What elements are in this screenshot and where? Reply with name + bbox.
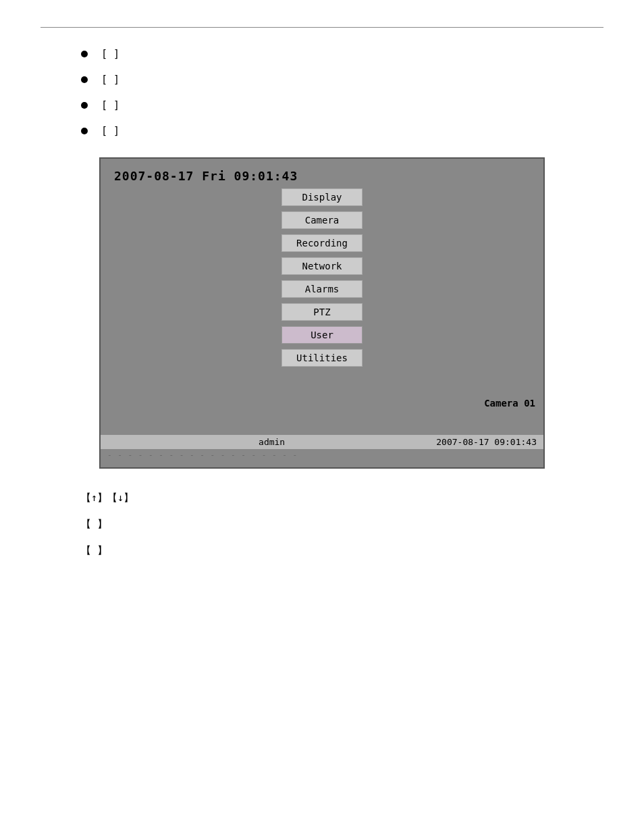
- statusbar-datetime: 2007-08-17 09:01:43: [436, 437, 537, 447]
- menu-button-ptz[interactable]: PTZ: [281, 303, 363, 321]
- instruction-select: 【 】: [81, 515, 563, 533]
- monitor-screen: 2007-08-17 Fri 09:01:43 DisplayCameraRec…: [101, 159, 543, 429]
- menu-button-camera[interactable]: Camera: [281, 211, 363, 229]
- bullet-list: [ ] [ ] [ ] [ ]: [81, 48, 603, 137]
- top-divider: [41, 27, 603, 28]
- bullet-dot: [81, 102, 88, 109]
- instruction-nav: 【↑】【↓】: [81, 489, 563, 507]
- menu-button-utilities[interactable]: Utilities: [281, 349, 363, 367]
- list-item: [ ]: [81, 74, 603, 86]
- instruction-confirm: 【 】: [81, 542, 563, 560]
- bullet-bracket-4: [ ]: [101, 125, 119, 137]
- monitor-container: 2007-08-17 Fri 09:01:43 DisplayCameraRec…: [99, 157, 545, 469]
- monitor-dashes: - - - - - - - - - - - - - - - - - - -: [101, 449, 543, 461]
- menu-button-network[interactable]: Network: [281, 257, 363, 275]
- menu-button-display[interactable]: Display: [281, 188, 363, 206]
- menu-button-alarms[interactable]: Alarms: [281, 280, 363, 298]
- list-item: [ ]: [81, 125, 603, 137]
- bullet-dot: [81, 128, 88, 134]
- menu-button-user[interactable]: User: [281, 326, 363, 344]
- menu-button-recording[interactable]: Recording: [281, 234, 363, 252]
- page-container: [ ] [ ] [ ] [ ] 2007-08-17 Fri 09:01:43 …: [0, 0, 644, 834]
- statusbar-user: admin: [259, 437, 285, 447]
- bullet-bracket-3: [ ]: [101, 99, 119, 111]
- bullet-dot: [81, 51, 88, 57]
- bullet-bracket-1: [ ]: [101, 48, 119, 60]
- monitor-camera-label: Camera 01: [484, 398, 535, 409]
- instruction-section: 【↑】【↓】 【 】 【 】: [81, 489, 563, 560]
- list-item: [ ]: [81, 99, 603, 111]
- bullet-dot: [81, 76, 88, 83]
- list-item: [ ]: [81, 48, 603, 60]
- monitor-statusbar: admin 2007-08-17 09:01:43: [101, 434, 543, 449]
- bullet-bracket-2: [ ]: [101, 74, 119, 86]
- monitor-datetime: 2007-08-17 Fri 09:01:43: [114, 169, 530, 183]
- menu-buttons: DisplayCameraRecordingNetworkAlarmsPTZUs…: [114, 188, 530, 373]
